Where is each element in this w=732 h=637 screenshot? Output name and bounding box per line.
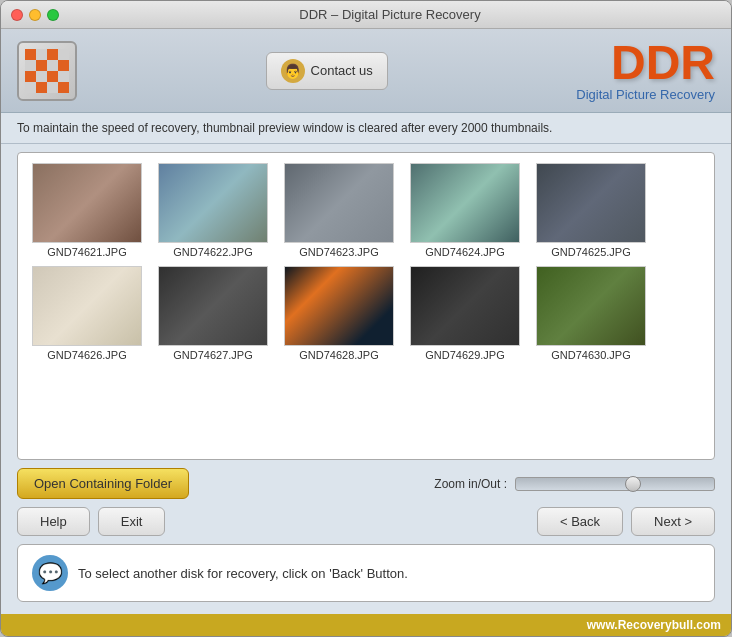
thumbnail-label: GND74623.JPG: [299, 246, 378, 258]
nav-left: Help Exit: [17, 507, 165, 536]
list-item[interactable]: GND74623.JPG: [280, 163, 398, 258]
app-logo: [17, 41, 77, 101]
open-folder-button[interactable]: Open Containing Folder: [17, 468, 189, 499]
chess-cell: [36, 71, 47, 82]
chess-logo: [25, 49, 69, 93]
list-item[interactable]: GND74624.JPG: [406, 163, 524, 258]
header: 👨 Contact us DDR Digital Picture Recover…: [1, 29, 731, 113]
list-item[interactable]: GND74626.JPG: [28, 266, 146, 361]
help-button[interactable]: Help: [17, 507, 90, 536]
window-title: DDR – Digital Picture Recovery: [59, 7, 721, 22]
thumbnail-image: [32, 266, 142, 346]
chess-cell: [58, 60, 69, 71]
chess-cell: [47, 82, 58, 93]
maximize-button[interactable]: [47, 9, 59, 21]
main-content: GND74621.JPGGND74622.JPGGND74623.JPGGND7…: [1, 144, 731, 614]
thumbnail-label: GND74624.JPG: [425, 246, 504, 258]
thumbnail-image: [158, 163, 268, 243]
thumbnail-label: GND74630.JPG: [551, 349, 630, 361]
close-button[interactable]: [11, 9, 23, 21]
chess-cell: [36, 82, 47, 93]
list-item[interactable]: GND74627.JPG: [154, 266, 272, 361]
chess-cell: [58, 49, 69, 60]
chess-cell: [25, 60, 36, 71]
thumbnail-image: [32, 163, 142, 243]
thumbnail-label: GND74622.JPG: [173, 246, 252, 258]
list-item[interactable]: GND74629.JPG: [406, 266, 524, 361]
nav-right: < Back Next >: [537, 507, 715, 536]
bottom-message: To select another disk for recovery, cli…: [78, 566, 408, 581]
chess-cell: [25, 82, 36, 93]
chess-cell: [36, 60, 47, 71]
chess-cell: [47, 71, 58, 82]
thumbnail-image: [536, 266, 646, 346]
thumbnail-label: GND74621.JPG: [47, 246, 126, 258]
thumbnail-label: GND74625.JPG: [551, 246, 630, 258]
thumbnail-label: GND74628.JPG: [299, 349, 378, 361]
next-button[interactable]: Next >: [631, 507, 715, 536]
zoom-label: Zoom in/Out :: [434, 477, 507, 491]
nav-row: Help Exit < Back Next >: [17, 503, 715, 544]
ddr-title: DDR: [576, 39, 715, 87]
contact-button[interactable]: 👨 Contact us: [266, 52, 388, 90]
minimize-button[interactable]: [29, 9, 41, 21]
footer: www.Recoverybull.com: [1, 614, 731, 636]
chess-cell: [25, 71, 36, 82]
thumbnail-label: GND74629.JPG: [425, 349, 504, 361]
thumbnail-area[interactable]: GND74621.JPGGND74622.JPGGND74623.JPGGND7…: [17, 152, 715, 460]
thumbnail-image: [284, 266, 394, 346]
thumbnail-image: [536, 163, 646, 243]
zoom-area: Zoom in/Out :: [434, 477, 715, 491]
controls-area: Open Containing Folder Zoom in/Out :: [17, 460, 715, 503]
zoom-slider[interactable]: [515, 477, 715, 491]
chess-cell: [47, 60, 58, 71]
thumbnail-image: [410, 266, 520, 346]
main-window: DDR – Digital Picture Recovery: [0, 0, 732, 637]
chess-cell: [36, 49, 47, 60]
list-item[interactable]: GND74625.JPG: [532, 163, 650, 258]
info-bottom: 💬 To select another disk for recovery, c…: [17, 544, 715, 602]
thumbnail-label: GND74626.JPG: [47, 349, 126, 361]
contact-label: Contact us: [311, 63, 373, 78]
list-item[interactable]: GND74622.JPG: [154, 163, 272, 258]
thumbnail-label: GND74627.JPG: [173, 349, 252, 361]
traffic-lights: [11, 9, 59, 21]
list-item[interactable]: GND74630.JPG: [532, 266, 650, 361]
chess-cell: [58, 71, 69, 82]
info-message: To maintain the speed of recovery, thumb…: [17, 121, 552, 135]
ddr-subtitle: Digital Picture Recovery: [576, 87, 715, 102]
list-item[interactable]: GND74621.JPG: [28, 163, 146, 258]
chess-cell: [58, 82, 69, 93]
contact-icon: 👨: [281, 59, 305, 83]
list-item[interactable]: GND74628.JPG: [280, 266, 398, 361]
thumbnail-image: [158, 266, 268, 346]
back-button[interactable]: < Back: [537, 507, 623, 536]
chess-cell: [47, 49, 58, 60]
exit-button[interactable]: Exit: [98, 507, 166, 536]
chat-icon: 💬: [32, 555, 68, 591]
footer-url: www.Recoverybull.com: [587, 618, 721, 632]
thumbnail-image: [410, 163, 520, 243]
info-bar: To maintain the speed of recovery, thumb…: [1, 113, 731, 144]
thumbnail-image: [284, 163, 394, 243]
chess-cell: [25, 49, 36, 60]
titlebar: DDR – Digital Picture Recovery: [1, 1, 731, 29]
ddr-logo: DDR Digital Picture Recovery: [576, 39, 715, 102]
